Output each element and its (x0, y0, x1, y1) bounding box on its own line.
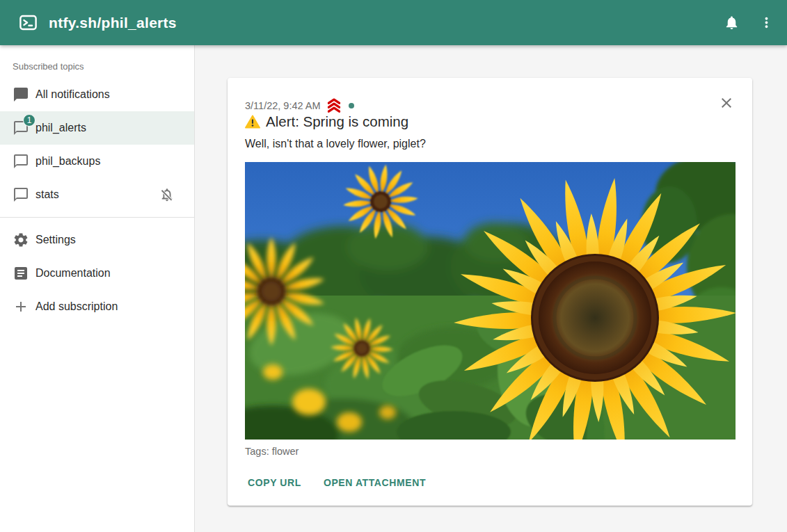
warning-emoji-icon (245, 114, 260, 129)
sidebar-item-label: phil_alerts (35, 122, 86, 134)
sidebar-item-settings[interactable]: Settings (0, 223, 194, 257)
sidebar: Subscribed topics All notifications 1 ph… (0, 45, 195, 532)
sidebar-item-phil-backups[interactable]: phil_backups (0, 145, 194, 178)
notification-title: Alert: Spring is coming (245, 113, 408, 130)
sidebar-item-stats[interactable]: stats (0, 178, 194, 211)
sidebar-item-phil-alerts[interactable]: 1 phil_alerts (0, 111, 194, 145)
sidebar-item-label: phil_backups (35, 155, 100, 168)
notifications-bell-icon[interactable] (716, 8, 747, 38)
unread-dot (349, 103, 354, 108)
terminal-logo-icon (18, 13, 38, 33)
app-bar: ntfy.sh/phil_alerts (0, 0, 787, 45)
gear-icon (13, 232, 29, 248)
sidebar-item-label: Documentation (35, 267, 111, 280)
notification-card: 3/11/22, 9:42 AM Alert: Spring is coming… (228, 78, 752, 506)
notifications-off-icon[interactable] (159, 187, 175, 202)
copy-url-label: COPY URL (248, 477, 301, 488)
sidebar-item-documentation[interactable]: Documentation (0, 257, 194, 290)
subscribed-topics-label: Subscribed topics (0, 45, 194, 78)
article-icon (13, 265, 29, 282)
notification-body: Well, isn't that a lovely flower, piglet… (245, 138, 426, 150)
attachment-image[interactable] (245, 162, 736, 440)
page-title: ntfy.sh/phil_alerts (49, 15, 177, 31)
open-attachment-button[interactable]: OPEN ATTACHMENT (321, 471, 429, 494)
plus-icon (13, 298, 29, 315)
sidebar-item-add-subscription[interactable]: Add subscription (0, 290, 194, 323)
sidebar-item-label: All notifications (35, 88, 110, 101)
sidebar-divider (0, 217, 194, 218)
notification-meta: 3/11/22, 9:42 AM (245, 97, 354, 113)
chat-bubble-outline-icon: 1 (13, 120, 29, 136)
chat-bubble-outline-icon (13, 186, 29, 203)
sidebar-item-all-notifications[interactable]: All notifications (0, 78, 194, 111)
sidebar-item-label: Settings (35, 234, 76, 246)
notification-actions: COPY URL OPEN ATTACHMENT (245, 471, 429, 494)
copy-url-button[interactable]: COPY URL (245, 471, 304, 494)
close-icon[interactable] (717, 95, 736, 113)
priority-urgent-icon (326, 97, 342, 113)
more-vert-icon[interactable] (751, 8, 781, 38)
chat-bubble-outline-icon (13, 153, 29, 170)
open-attachment-label: OPEN ATTACHMENT (324, 477, 426, 488)
sidebar-item-label: stats (35, 188, 59, 201)
notification-title-text: Alert: Spring is coming (266, 113, 408, 130)
sidebar-item-label: Add subscription (35, 300, 118, 313)
chat-bubble-filled-icon (13, 86, 29, 103)
unread-count-badge: 1 (23, 114, 35, 127)
timestamp: 3/11/22, 9:42 AM (245, 100, 321, 111)
notification-tags: Tags: flower (245, 446, 299, 457)
